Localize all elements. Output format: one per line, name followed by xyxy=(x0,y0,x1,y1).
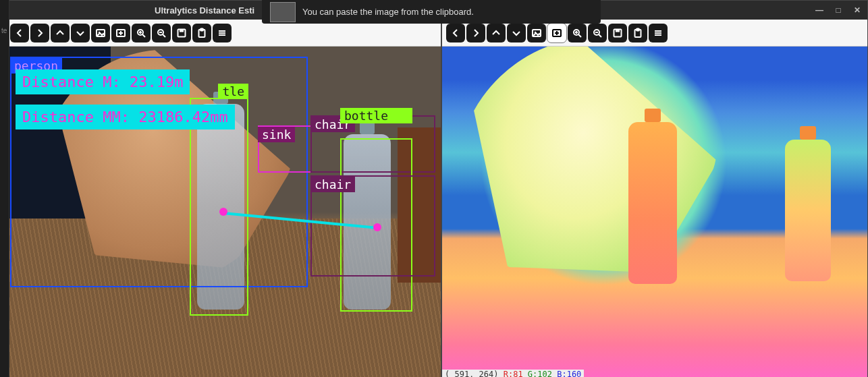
forward-icon[interactable] xyxy=(30,24,49,42)
down-icon[interactable] xyxy=(71,24,90,42)
bbox-sink: sink xyxy=(258,125,312,173)
save-icon[interactable] xyxy=(608,24,627,42)
tooltip-text: You can paste the image from the clipboa… xyxy=(302,7,474,17)
zoom-out-icon[interactable] xyxy=(152,24,171,42)
toolbar-left xyxy=(6,20,441,47)
clipboard-icon[interactable] xyxy=(192,24,211,42)
right-image-area: ( 591, 264) R:81 G:102 B:160 xyxy=(442,47,867,377)
down-icon[interactable] xyxy=(507,24,526,42)
svg-rect-6 xyxy=(180,29,184,32)
zoom-in-icon[interactable] xyxy=(132,24,151,42)
bbox-bottle-1: tle xyxy=(190,98,248,316)
image2-icon[interactable] xyxy=(111,24,130,42)
distance-mm-readout: Distance MM: 23186.42mm xyxy=(16,105,235,129)
up-icon[interactable] xyxy=(487,24,506,42)
left-image-area: person tle sink chair bottle chair Dista… xyxy=(6,47,441,377)
settings-icon[interactable] xyxy=(649,24,668,42)
forward-icon[interactable] xyxy=(466,24,485,42)
minimize-icon[interactable]: — xyxy=(815,5,824,15)
close-icon[interactable]: ✕ xyxy=(852,5,862,15)
ide-sidebar: te xyxy=(0,0,9,377)
depth-scene xyxy=(442,47,867,377)
distance-point-b xyxy=(373,223,381,231)
up-icon[interactable] xyxy=(51,24,70,42)
image-icon[interactable] xyxy=(91,24,110,42)
pixel-readout: ( 591, 264) R:81 G:102 B:160 xyxy=(442,370,584,377)
zoom-in-icon[interactable] xyxy=(568,24,587,42)
label-chair-mid: chair xyxy=(310,177,355,192)
maximize-icon[interactable]: □ xyxy=(834,5,843,15)
distance-point-a xyxy=(219,208,227,216)
svg-rect-15 xyxy=(616,29,620,32)
paste-tooltip: You can paste the image from the clipboa… xyxy=(262,0,601,24)
zoom-out-icon[interactable] xyxy=(588,24,607,42)
distance-window: Ultralytics Distance Esti person tle xyxy=(5,0,441,377)
back-icon[interactable] xyxy=(10,24,29,42)
clipboard-icon[interactable] xyxy=(628,24,647,42)
image2-icon[interactable] xyxy=(547,24,566,42)
settings-icon[interactable] xyxy=(213,24,232,42)
save-icon[interactable] xyxy=(172,24,191,42)
label-sink: sink xyxy=(258,127,295,142)
depth-window: Depth Estimation — □ ✕ ( 591, 264) R:81 … xyxy=(441,0,868,377)
toolbar-right xyxy=(442,20,867,47)
back-icon[interactable] xyxy=(446,24,465,42)
label-bottle2: bottle xyxy=(340,108,412,123)
depth-bottle-1 xyxy=(628,122,677,284)
label-bottle1: tle xyxy=(218,84,248,99)
image-icon[interactable] xyxy=(527,24,546,42)
distance-m-readout: Distance M: 23.19m xyxy=(16,69,190,94)
depth-bottle-2 xyxy=(785,140,831,281)
